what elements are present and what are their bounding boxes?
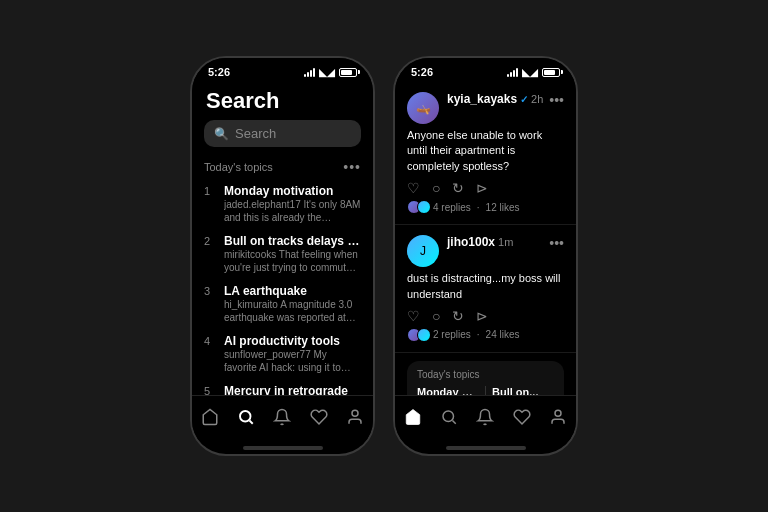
topic-card-name-2: Bull on... [492,386,554,395]
left-phone: 5:26 ◣◢ Search 🔍 Search [190,56,375,456]
post-2-more-icon[interactable]: ••• [549,235,564,251]
svg-point-3 [443,411,454,422]
signal-icon [304,67,315,77]
post-2-actions: ♡ ○ ↻ ⊳ [407,308,564,324]
topic-item-1[interactable]: 1 Monday motivation jaded.elephant17 It'… [192,179,373,229]
svg-line-4 [453,420,456,423]
post-2-time: 1m [498,236,513,248]
post-1-verified: ✓ [520,94,528,105]
post-1-more-icon[interactable]: ••• [549,92,564,108]
time-right: 5:26 [411,66,433,78]
topic-num-1: 1 [204,185,216,197]
topic-num-5: 5 [204,385,216,395]
nav-notifications-left[interactable] [265,404,299,434]
like-icon-p1[interactable]: ♡ [407,180,420,196]
topic-num-3: 3 [204,285,216,297]
post-1-text: Anyone else unable to work until their a… [407,128,564,174]
comment-icon-p2[interactable]: ○ [432,308,440,324]
right-phone: 5:26 ◣◢ 🛶 [393,56,578,456]
topic-content-3: LA earthquake hi_kimuraito A magnitude 3… [224,284,361,324]
post-1-meta: kyia_kayaks ✓ 2h [447,92,541,106]
search-icon: 🔍 [214,127,229,141]
comment-icon-p1[interactable]: ○ [432,180,440,196]
stat-avatar-2b [417,328,431,342]
post-1-stats: 4 replies · 12 likes [407,200,564,214]
status-icons-right: ◣◢ [507,67,560,78]
post-2-meta: jiho100x 1m [447,235,541,249]
post-2: J jiho100x 1m ••• dust is distracting...… [395,225,576,353]
post-1-header: 🛶 kyia_kayaks ✓ 2h ••• [407,92,564,124]
time-left: 5:26 [208,66,230,78]
status-bar-left: 5:26 ◣◢ [192,58,373,82]
topic-desc-2: mirikitcooks That feeling when you're ju… [224,248,361,274]
post-1-actions: ♡ ○ ↻ ⊳ [407,180,564,196]
search-input[interactable]: Search [235,126,276,141]
topic-title-5: Mercury in retrograde [224,384,361,395]
nav-profile-right[interactable] [541,404,575,434]
nav-profile-left[interactable] [338,404,372,434]
topics-list: 1 Monday motivation jaded.elephant17 It'… [192,179,373,395]
repost-icon-p1[interactable]: ↻ [452,180,464,196]
nav-home-left[interactable] [193,404,227,434]
topics-more-icon[interactable]: ••• [343,159,361,175]
topic-content-2: Bull on tracks delays trains mirikitcook… [224,234,361,274]
topic-item-3[interactable]: 3 LA earthquake hi_kimuraito A magnitude… [192,279,373,329]
topics-section-header: Today's topics ••• [192,155,373,179]
repost-icon-p2[interactable]: ↻ [452,308,464,324]
nav-search-left[interactable] [229,404,263,434]
topic-card-item-2[interactable]: Bull on... mirikite... up until... [492,386,554,395]
battery-icon-right [542,68,560,77]
topic-desc-3: hi_kimuraito A magnitude 3.0 earthquake … [224,298,361,324]
topic-content-4: AI productivity tools sunflower_power77 … [224,334,361,374]
status-icons-left: ◣◢ [304,67,357,78]
post-2-username: jiho100x 1m [447,235,541,249]
battery-icon [339,68,357,77]
topics-card-title: Today's topics [417,369,554,380]
status-bar-right: 5:26 ◣◢ [395,58,576,82]
post-2-avatar: J [407,235,439,267]
bottom-nav-right [395,395,576,446]
topic-card-item-1[interactable]: Monday motivation jaded.elephant17 It's … [417,386,479,395]
topic-desc-4: sunflower_power77 My favorite AI hack: u… [224,348,361,374]
home-indicator-right [446,446,526,450]
share-icon-p1[interactable]: ⊳ [476,180,488,196]
nav-search-right[interactable] [432,404,466,434]
bottom-nav-left [192,395,373,446]
topic-item-2[interactable]: 2 Bull on tracks delays trains mirikitco… [192,229,373,279]
topic-title-3: LA earthquake [224,284,361,298]
topics-card-row: Monday motivation jaded.elephant17 It's … [417,386,554,395]
nav-likes-left[interactable] [302,404,336,434]
post-1-time: 2h [531,93,543,105]
nav-home-right[interactable] [396,404,430,434]
signal-icon-right [507,67,518,77]
topic-item-5[interactable]: 5 Mercury in retrograde okay_kaiden_459 … [192,379,373,395]
svg-point-0 [240,411,251,422]
wifi-icon-right: ◣◢ [522,67,538,78]
topic-card-name-1: Monday motivation [417,386,479,395]
topic-desc-1: jaded.elephant17 It's only 8AM and this … [224,198,361,224]
like-icon-p2[interactable]: ♡ [407,308,420,324]
topic-num-4: 4 [204,335,216,347]
post-1-avatar: 🛶 [407,92,439,124]
svg-point-2 [352,410,358,416]
post-1-username: kyia_kayaks ✓ 2h [447,92,541,106]
nav-likes-right[interactable] [505,404,539,434]
topic-num-2: 2 [204,235,216,247]
post-2-header: J jiho100x 1m ••• [407,235,564,267]
feed-screen: 🛶 kyia_kayaks ✓ 2h ••• Anyone else unabl… [395,82,576,395]
search-bar[interactable]: 🔍 Search [204,120,361,147]
wifi-icon: ◣◢ [319,67,335,78]
svg-point-5 [555,410,561,416]
nav-notifications-right[interactable] [468,404,502,434]
search-title: Search [192,82,373,120]
topic-title-2: Bull on tracks delays trains [224,234,361,248]
topics-section-title: Today's topics [204,161,273,173]
svg-line-1 [250,420,253,423]
search-screen: Search 🔍 Search Today's topics ••• 1 Mon… [192,82,373,395]
share-icon-p2[interactable]: ⊳ [476,308,488,324]
stat-avatar-1b [417,200,431,214]
post-2-text: dust is distracting...my boss will under… [407,271,564,302]
topics-card: Today's topics Monday motivation jaded.e… [407,361,564,395]
topic-item-4[interactable]: 4 AI productivity tools sunflower_power7… [192,329,373,379]
topic-title-4: AI productivity tools [224,334,361,348]
